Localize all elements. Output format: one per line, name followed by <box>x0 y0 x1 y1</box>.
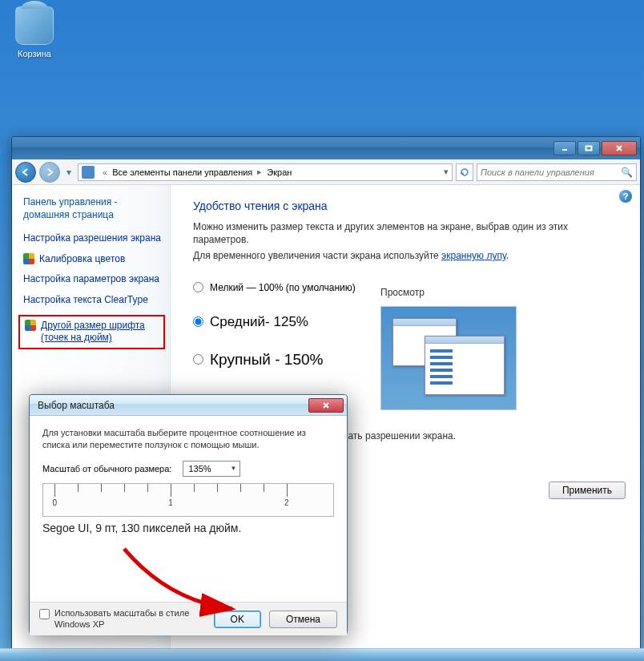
search-icon: 🔍 <box>621 167 633 178</box>
address-bar[interactable]: « Все элементы панели управления ▸ Экран… <box>78 163 453 181</box>
sidebar-display-params-link[interactable]: Настройка параметров экрана <box>23 273 162 286</box>
ruler-label-0: 0 <box>52 498 57 507</box>
size-large-label: Крупный - 150% <box>210 351 323 369</box>
xp-style-checkbox-row[interactable]: Использовать масштабы в стиле Windows XP <box>39 608 206 629</box>
font-sample-text: Segoe UI, 9 пт, 130 пикселей на дюйм. <box>42 522 334 534</box>
sidebar-calibration-link[interactable]: Калибровка цветов <box>39 253 125 266</box>
dialog-title: Выбор масштаба <box>38 400 115 411</box>
search-box[interactable]: 🔍 <box>477 163 637 181</box>
sidebar-home-link[interactable]: Панель управления - домашняя страница <box>23 196 162 221</box>
dialog-instructions: Для установки масштаба выберите процентн… <box>42 427 334 451</box>
sidebar-custom-dpi-link[interactable]: Другой размер шрифта (точек на дюйм) <box>41 320 159 345</box>
scale-combobox[interactable]: 135% ▼ <box>183 461 240 477</box>
scale-value: 135% <box>188 464 211 474</box>
dpi-dialog: Выбор масштаба Для установки масштаба вы… <box>29 394 348 635</box>
preview-label: Просмотр <box>380 287 626 298</box>
preview-image <box>380 306 517 410</box>
ruler-label-1: 1 <box>168 498 173 507</box>
shield-icon <box>23 253 34 264</box>
window-titlebar[interactable] <box>12 137 640 159</box>
recycle-bin-label: Корзина <box>18 49 51 58</box>
help-icon[interactable]: ? <box>619 190 632 203</box>
scale-ruler[interactable]: 0 1 2 <box>42 483 334 517</box>
page-description: Можно изменить размер текста и других эл… <box>193 220 626 246</box>
xp-style-label: Использовать масштабы в стиле Windows XP <box>54 608 206 629</box>
scale-label: Масштаб от обычного размера: <box>42 464 171 474</box>
xp-style-checkbox[interactable] <box>39 609 50 619</box>
cancel-button[interactable]: Отмена <box>269 611 337 628</box>
minimize-button[interactable] <box>553 141 576 155</box>
size-medium-label: Средний- 125% <box>210 314 308 330</box>
breadcrumb-parent[interactable]: Все элементы панели управления <box>112 167 252 177</box>
navigation-bar: ▾ « Все элементы панели управления ▸ Экр… <box>12 159 640 185</box>
sidebar-cleartype-link[interactable]: Настройка текста ClearType <box>23 294 162 307</box>
refresh-button[interactable] <box>456 163 473 181</box>
highlighted-link-box: Другой размер шрифта (точек на дюйм) <box>18 315 165 349</box>
shield-icon <box>25 320 36 331</box>
svg-rect-1 <box>586 147 592 151</box>
ok-button[interactable]: OK <box>214 611 261 628</box>
page-heading: Удобство чтения с экрана <box>193 200 626 212</box>
dialog-titlebar[interactable]: Выбор масштаба <box>30 395 347 416</box>
maximize-button[interactable] <box>578 141 600 155</box>
size-medium-radio[interactable] <box>193 316 203 327</box>
control-panel-icon <box>82 166 95 179</box>
nav-history-dropdown[interactable]: ▾ <box>63 167 74 178</box>
taskbar[interactable] <box>0 648 644 661</box>
magnifier-link[interactable]: экранную лупу <box>441 250 506 261</box>
recycle-bin-icon <box>15 6 54 45</box>
chevron-down-icon: ▼ <box>231 465 237 472</box>
breadcrumb-current[interactable]: Экран <box>267 167 292 177</box>
size-large-radio[interactable] <box>193 354 203 365</box>
sidebar-resolution-link[interactable]: Настройка разрешения экрана <box>23 232 162 245</box>
nav-back-button[interactable] <box>15 162 36 183</box>
apply-button[interactable]: Применить <box>549 482 626 499</box>
close-button[interactable] <box>602 141 637 155</box>
ruler-label-2: 2 <box>284 498 289 507</box>
recycle-bin[interactable]: Корзина <box>6 6 62 59</box>
page-description-2: Для временного увеличения части экрана и… <box>193 249 626 262</box>
dialog-close-button[interactable] <box>308 398 344 413</box>
size-small-radio[interactable] <box>193 282 203 292</box>
nav-forward-button[interactable] <box>39 162 60 183</box>
search-input[interactable] <box>481 167 621 177</box>
size-small-label: Мелкий — 100% (по умолчанию) <box>210 282 356 293</box>
